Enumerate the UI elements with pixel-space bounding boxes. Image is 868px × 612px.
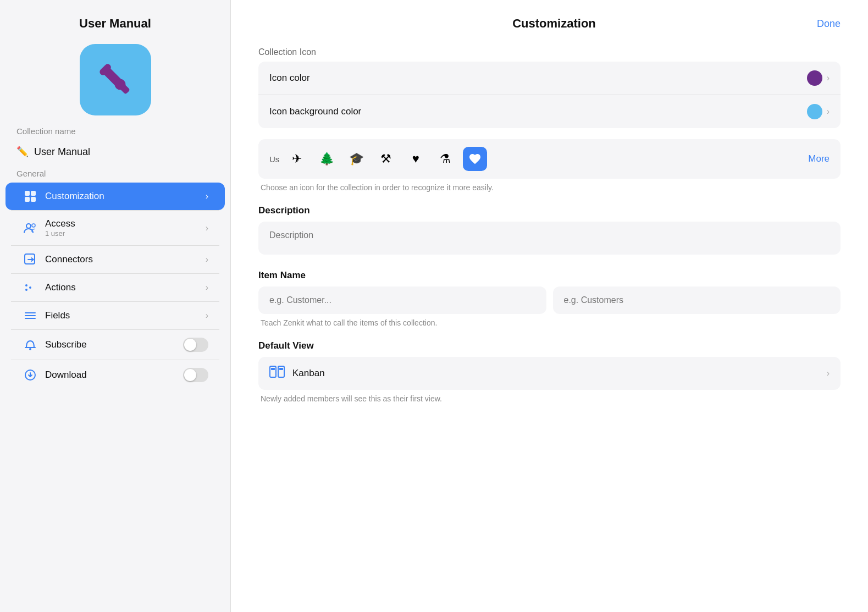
pencil-icon: ✏️ bbox=[16, 146, 29, 158]
more-button[interactable]: More bbox=[808, 153, 830, 164]
connectors-icon bbox=[22, 253, 38, 266]
nav-item-access[interactable]: Access 1 user › bbox=[5, 211, 225, 245]
nav-item-actions[interactable]: Actions › bbox=[5, 274, 225, 301]
default-view-chevron: › bbox=[827, 368, 830, 378]
svg-point-12 bbox=[25, 289, 27, 291]
icon-helper-text: Choose an icon for the collection in ord… bbox=[258, 183, 841, 192]
svg-rect-5 bbox=[31, 191, 36, 196]
connectors-chevron: › bbox=[206, 255, 208, 264]
actions-icon bbox=[22, 282, 38, 294]
description-label: Description bbox=[258, 205, 841, 216]
icon-color-dot bbox=[807, 70, 822, 86]
svg-point-17 bbox=[29, 348, 31, 350]
wrench-icon bbox=[93, 58, 137, 102]
svg-rect-4 bbox=[25, 191, 30, 196]
customization-icon bbox=[22, 190, 38, 202]
general-section-label: General bbox=[0, 169, 230, 183]
item-name-label: Item Name bbox=[258, 270, 841, 281]
icon-bg-color-right: › bbox=[807, 104, 830, 119]
icon-bg-color-dot bbox=[807, 104, 822, 119]
access-sublabel: 1 user bbox=[45, 229, 206, 238]
icon-heart[interactable]: ♥ bbox=[403, 147, 428, 171]
subscribe-toggle-container bbox=[183, 338, 208, 352]
collection-name-label: Collection name bbox=[0, 126, 230, 141]
icon-picker: Us ✈ 🌲 🎓 ⚒ ♥ ⚗ More bbox=[258, 139, 841, 179]
svg-point-11 bbox=[25, 284, 27, 286]
actions-nav-label: Actions bbox=[45, 282, 206, 293]
item-name-singular-input[interactable] bbox=[258, 286, 546, 314]
svg-rect-7 bbox=[31, 197, 36, 202]
default-view-label: Default View bbox=[258, 340, 841, 351]
svg-rect-6 bbox=[25, 197, 30, 202]
icon-airplane[interactable]: ✈ bbox=[285, 147, 309, 171]
nav-item-subscribe[interactable]: Subscribe bbox=[5, 330, 225, 360]
fields-chevron: › bbox=[206, 311, 208, 321]
subscribe-nav-label: Subscribe bbox=[45, 339, 183, 350]
done-button[interactable]: Done bbox=[817, 18, 841, 30]
kanban-icon bbox=[269, 366, 285, 381]
download-toggle[interactable] bbox=[183, 368, 208, 382]
actions-chevron: › bbox=[206, 283, 208, 293]
access-nav-label: Access 1 user bbox=[45, 218, 206, 238]
access-chevron: › bbox=[206, 223, 208, 233]
right-panel: Customization Done Collection Icon Icon … bbox=[231, 0, 868, 612]
page-title: Customization bbox=[291, 16, 817, 31]
icon-tools[interactable]: ⚒ bbox=[374, 147, 398, 171]
icon-bg-color-row[interactable]: Icon background color › bbox=[258, 95, 841, 128]
item-name-plural-input[interactable] bbox=[553, 286, 841, 314]
collection-name-row[interactable]: ✏️ User Manual bbox=[0, 141, 230, 169]
nav-list: Customization › Access 1 user › bbox=[0, 183, 230, 390]
kanban-label: Kanban bbox=[292, 368, 827, 379]
icon-color-chevron: › bbox=[827, 73, 830, 83]
svg-rect-21 bbox=[271, 368, 275, 370]
customization-nav-label: Customization bbox=[45, 191, 206, 202]
download-icon bbox=[22, 369, 38, 381]
download-nav-label: Download bbox=[45, 370, 183, 381]
icon-tree[interactable]: 🌲 bbox=[314, 147, 339, 171]
svg-point-9 bbox=[32, 224, 35, 227]
item-name-helper: Teach Zenkit what to call the items of t… bbox=[258, 318, 841, 327]
icon-settings-group: Icon color › Icon background color › bbox=[258, 62, 841, 128]
icon-bg-color-label: Icon background color bbox=[269, 106, 807, 117]
nav-item-download[interactable]: Download bbox=[5, 360, 225, 390]
fields-nav-label: Fields bbox=[45, 310, 206, 321]
description-input[interactable] bbox=[258, 222, 841, 255]
app-icon bbox=[80, 44, 151, 115]
left-panel: User Manual Collection name ✏️ User Manu… bbox=[0, 0, 231, 612]
right-header: Customization Done bbox=[258, 16, 841, 31]
nav-item-customization[interactable]: Customization › bbox=[5, 183, 225, 210]
subscribe-toggle[interactable] bbox=[183, 338, 208, 352]
collection-icon-section-title: Collection Icon bbox=[258, 47, 841, 57]
default-view-row[interactable]: Kanban › bbox=[258, 357, 841, 390]
connectors-nav-label: Connectors bbox=[45, 254, 206, 265]
svg-rect-22 bbox=[279, 368, 283, 370]
icon-bg-color-chevron: › bbox=[827, 107, 830, 117]
icon-color-right: › bbox=[807, 70, 830, 86]
access-icon bbox=[22, 222, 38, 234]
icon-wrench-selected[interactable] bbox=[463, 147, 487, 171]
download-toggle-container bbox=[183, 368, 208, 382]
customization-chevron: › bbox=[206, 191, 208, 201]
svg-point-8 bbox=[26, 224, 31, 228]
fields-icon bbox=[22, 310, 38, 322]
collection-name-value: User Manual bbox=[34, 146, 90, 158]
icon-picker-prefix: Us bbox=[269, 155, 279, 164]
app-title: User Manual bbox=[0, 16, 230, 44]
svg-point-13 bbox=[29, 286, 31, 289]
icon-color-label: Icon color bbox=[269, 73, 807, 84]
default-view-helper: Newly added members will see this as the… bbox=[258, 394, 841, 403]
nav-item-fields[interactable]: Fields › bbox=[5, 302, 225, 329]
subscribe-icon bbox=[22, 339, 38, 351]
icon-graduation[interactable]: 🎓 bbox=[344, 147, 368, 171]
nav-item-connectors[interactable]: Connectors › bbox=[5, 246, 225, 273]
icon-color-row[interactable]: Icon color › bbox=[258, 62, 841, 95]
item-name-row bbox=[258, 286, 841, 314]
icon-flask[interactable]: ⚗ bbox=[433, 147, 457, 171]
app-icon-container bbox=[0, 44, 230, 115]
